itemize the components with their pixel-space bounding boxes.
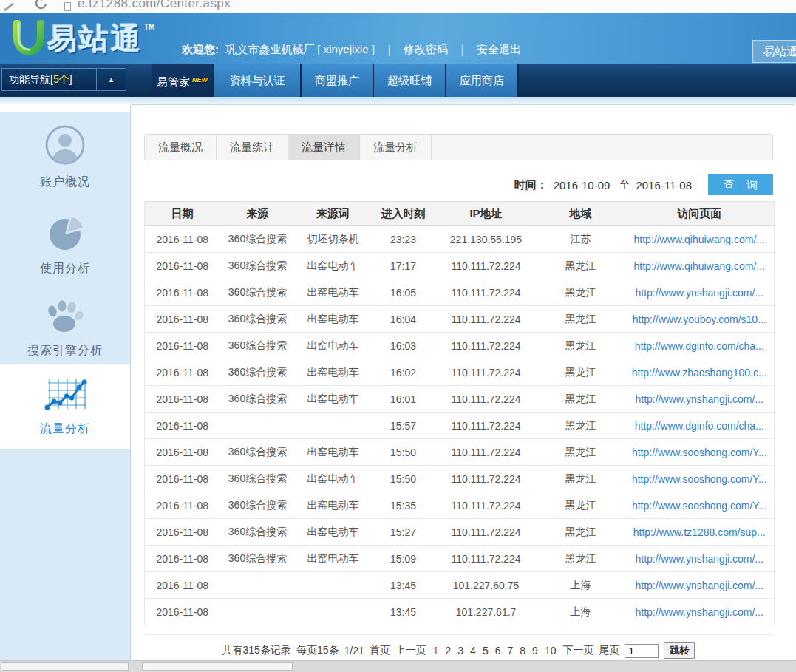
visit-page-link[interactable]: http://www.dginfo.com/cha... xyxy=(635,340,764,352)
change-password-link[interactable]: 修改密码 xyxy=(404,43,448,55)
query-button[interactable]: 查 询 xyxy=(708,174,773,195)
sidebar-item-search-engine-analysis[interactable]: 搜索引擎分析 xyxy=(0,276,130,359)
visit-page-link[interactable]: http://www.sooshong.com/Y... xyxy=(632,473,767,485)
page-icon xyxy=(64,2,71,11)
cell-keyword: 出窑电动车 xyxy=(296,466,371,492)
sidebar-item-traffic-analysis[interactable]: 流量分析 xyxy=(0,364,130,437)
cell-visit-page: http://www.youboy.com/s10... xyxy=(625,306,775,333)
visit-page-link[interactable]: http://www.sooshong.com/Y... xyxy=(632,447,767,458)
page-number-4[interactable]: 4 xyxy=(470,645,476,656)
page-number-9[interactable]: 9 xyxy=(532,645,538,656)
visit-page-link[interactable]: http://www.ynshangji.com/... xyxy=(635,553,763,565)
separator: ｜ xyxy=(384,43,395,55)
page-number-3[interactable]: 3 xyxy=(457,645,463,656)
nav-tab-shangmeng[interactable]: 商盟推广 xyxy=(302,64,374,97)
date-filter-row: 时间： 2016-10-09 至 2016-11-08 查 询 xyxy=(144,174,773,195)
cell-entry-time: 16:03 xyxy=(371,333,436,359)
logout-link[interactable]: 安全退出 xyxy=(477,43,521,55)
cell-ip: 101.227.61.7 xyxy=(436,599,537,625)
visit-page-link[interactable]: http://www.ynshangji.com/... xyxy=(635,580,763,591)
nav-tab-yiguanjia[interactable]: 易管家NEW xyxy=(152,64,214,97)
logo-u-icon xyxy=(10,20,47,60)
table-row: 2016-11-08360综合搜索切坯切条机23:23221.130.55.19… xyxy=(145,226,775,253)
address-url[interactable]: e.tz1288.com/Center.aspx xyxy=(78,0,231,11)
cell-keyword: 切坯切条机 xyxy=(296,226,371,253)
function-nav-dropdown[interactable]: 功能导航[5个] ▲ xyxy=(1,68,126,91)
first-page-link[interactable]: 首页 xyxy=(370,644,390,657)
tab-traffic-analysis[interactable]: 流量分析 xyxy=(360,135,432,160)
visit-page-link[interactable]: http://www.qihuiwang.com/... xyxy=(634,260,765,272)
page-number-10[interactable]: 10 xyxy=(545,645,557,656)
cell-entry-time: 15:50 xyxy=(371,439,436,466)
cell-date: 2016-11-08 xyxy=(145,279,220,306)
tab-traffic-overview[interactable]: 流量概况 xyxy=(145,135,217,160)
nav-tab-chaoji[interactable]: 超级旺铺 xyxy=(374,64,446,97)
cell-keyword: 出窑电动车 xyxy=(296,253,371,279)
cell-ip: 110.111.72.224 xyxy=(436,333,537,359)
sidebar-item-account-overview[interactable]: 账户概况 xyxy=(0,112,130,190)
page-number-2[interactable]: 2 xyxy=(446,645,452,656)
forward-arrow-icon[interactable] xyxy=(4,2,14,11)
tab-traffic-statistics[interactable]: 流量统计 xyxy=(217,135,288,160)
cell-date: 2016-11-08 xyxy=(145,599,220,625)
page-number-6[interactable]: 6 xyxy=(495,645,501,656)
page-number-1[interactable]: 1 xyxy=(433,645,439,656)
last-page-link[interactable]: 尾页 xyxy=(599,644,619,657)
next-page-link[interactable]: 下一页 xyxy=(562,644,593,657)
cell-visit-page: http://www.ynshangji.com/... xyxy=(625,599,775,625)
column-header-region: 地域 xyxy=(537,202,625,226)
horizontal-scrollbar[interactable] xyxy=(0,660,796,672)
cell-visit-page: http://www.ynshangji.com/... xyxy=(625,572,775,599)
date-from-field[interactable]: 2016-10-09 xyxy=(554,179,610,191)
cell-date: 2016-11-08 xyxy=(145,226,220,253)
visit-page-link[interactable]: http://www.qihuiwang.com/... xyxy=(634,234,765,245)
visit-page-link[interactable]: http://www.zhaoshang100.c... xyxy=(632,367,767,379)
visit-page-link[interactable]: http://www.ynshangji.com/... xyxy=(635,287,763,299)
cell-keyword: 出窑电动车 xyxy=(296,439,371,466)
page-number-5[interactable]: 5 xyxy=(483,645,489,656)
traffic-tabbar: 流量概况 流量统计 流量详情 流量分析 xyxy=(144,134,773,160)
prev-page-link[interactable]: 上一页 xyxy=(395,644,426,657)
table-row: 2016-11-08360综合搜索出窑电动车16:04110.111.72.22… xyxy=(145,306,775,333)
scrollbar-thumb[interactable] xyxy=(142,662,293,671)
visit-page-link[interactable]: http://www.ynshangji.com/... xyxy=(635,393,763,405)
cell-date: 2016-11-08 xyxy=(145,492,220,519)
scrollbar-thumb[interactable] xyxy=(1,662,129,671)
separator: ｜ xyxy=(457,43,468,55)
page-number-8[interactable]: 8 xyxy=(520,645,525,656)
tab-traffic-details[interactable]: 流量详情 xyxy=(288,135,360,160)
visit-page-link[interactable]: http://www.sooshong.com/Y... xyxy=(632,500,767,512)
cell-source: 360综合搜索 xyxy=(220,333,296,359)
cell-ip: 221.130.55.195 xyxy=(436,226,537,253)
table-row: 2016-11-08360综合搜索出窑电动车15:09110.111.72.22… xyxy=(145,546,775,572)
reload-icon[interactable] xyxy=(34,0,49,13)
yizhantong-corner-button[interactable]: 易站通 xyxy=(752,40,796,63)
collapse-arrow-icon[interactable]: ▲ xyxy=(96,69,126,90)
nav-tab-ziliao[interactable]: 资料与认证 xyxy=(214,64,302,97)
page-number-7[interactable]: 7 xyxy=(508,645,514,656)
company-name: 巩义市鑫业机械厂 [ xinyejixie ] xyxy=(225,43,375,55)
cell-source: 360综合搜索 xyxy=(220,466,296,492)
cell-visit-page: http://www.sooshong.com/Y... xyxy=(625,466,775,492)
cell-date: 2016-11-08 xyxy=(145,359,220,386)
welcome-bar: 欢迎您: 巩义市鑫业机械厂 [ xinyejixie ] ｜ 修改密码 ｜ 安全… xyxy=(182,43,521,57)
visit-page-link[interactable]: http://www.dginfo.com/cha... xyxy=(635,420,764,432)
line-chart-icon xyxy=(42,376,88,415)
jump-page-input[interactable] xyxy=(625,644,659,658)
column-header-keyword: 来源词 xyxy=(296,202,371,226)
cell-ip: 110.111.72.224 xyxy=(436,279,537,306)
table-row: 2016-11-08360综合搜索出窑电动车16:03110.111.72.22… xyxy=(145,333,775,359)
cell-region: 黑龙江 xyxy=(537,519,625,546)
function-nav-count: 5个 xyxy=(53,73,69,85)
cell-date: 2016-11-08 xyxy=(145,333,220,359)
nav-tab-yingyong[interactable]: 应用商店 xyxy=(446,64,519,97)
visit-page-link[interactable]: http://www.ynshangji.com/... xyxy=(635,606,763,618)
date-to-field[interactable]: 2016-11-08 xyxy=(636,179,692,191)
jump-button[interactable]: 跳转 xyxy=(664,642,695,659)
visit-page-link[interactable]: http://www.tz1288.com/sup... xyxy=(633,526,766,538)
cell-region: 黑龙江 xyxy=(537,333,625,359)
visit-page-link[interactable]: http://www.youboy.com/s10... xyxy=(633,313,766,325)
cell-entry-time: 16:01 xyxy=(371,386,436,413)
sidebar-item-usage-analysis[interactable]: 使用分析 xyxy=(0,190,130,276)
browser-chrome: e.tz1288.com/Center.aspx xyxy=(0,0,796,13)
